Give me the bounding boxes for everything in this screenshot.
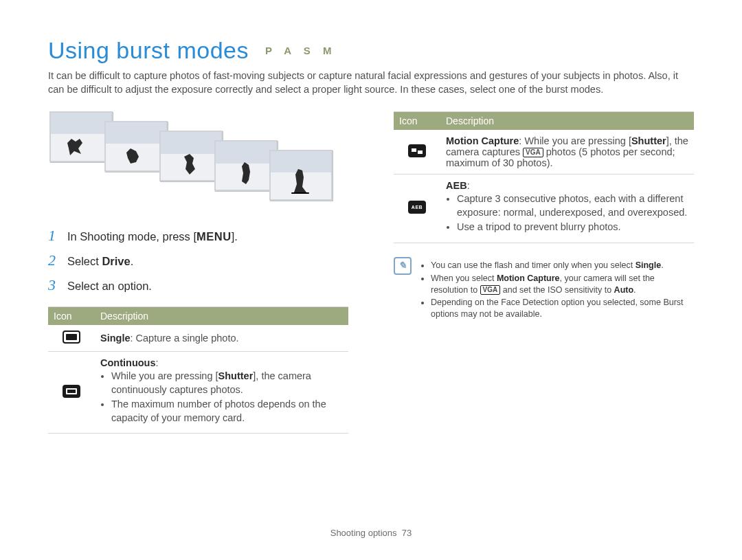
left-column: 1 In Shooting mode, press [MENU]. 2 Sele…: [48, 111, 348, 434]
th-desc: Description: [95, 307, 348, 326]
right-column: Icon Description Motion Capture: While y…: [394, 111, 694, 434]
th-icon-r: Icon: [394, 112, 440, 131]
note-icon: ✎: [394, 257, 412, 275]
options-table-left: Icon Description Single: Capture a singl…: [48, 306, 348, 434]
step-1: 1 In Shooting mode, press [MENU].: [48, 227, 348, 245]
page-title: Using burst modes P A S M: [48, 37, 694, 64]
step-2: 2 Select Drive.: [48, 251, 348, 269]
vga-chip-note: VGA: [480, 285, 501, 295]
vga-chip: VGA: [523, 148, 543, 157]
frame-1: [49, 111, 113, 162]
th-desc-r: Description: [440, 112, 694, 131]
options-table-right: Icon Description Motion Capture: While y…: [394, 111, 694, 243]
aeb-icon: [408, 201, 426, 214]
page-footer: Shooting options 73: [0, 528, 742, 538]
svg-rect-0: [291, 192, 309, 194]
frame-2: [104, 121, 168, 172]
note-box: ✎ You can use the flash and timer only w…: [394, 257, 694, 324]
title-main: Using burst modes: [48, 37, 249, 63]
row-aeb: AEB: Capture 3 consecutive photos, each …: [394, 175, 694, 243]
row-motion: Motion Capture: While you are pressing […: [394, 130, 694, 175]
frame-5: [269, 150, 333, 201]
filmstrip-illustration: [48, 111, 348, 209]
title-modes: P A S M: [265, 45, 336, 56]
continuous-icon: [63, 385, 80, 398]
menu-chip: MENU: [196, 230, 232, 243]
row-single: Single: Capture a single photo.: [48, 325, 348, 352]
steps-list: 1 In Shooting mode, press [MENU]. 2 Sele…: [48, 227, 348, 294]
note-list: You can use the flash and timer only whe…: [420, 258, 694, 322]
single-icon: [63, 331, 80, 344]
intro-text: It can be difficult to capture photos of…: [48, 69, 694, 96]
motion-icon: [408, 144, 426, 157]
step-3: 3 Select an option.: [48, 276, 348, 294]
frame-3: [159, 131, 223, 181]
th-icon: Icon: [48, 307, 95, 326]
row-continuous: Continuous: While you are pressing [Shut…: [48, 352, 348, 434]
frame-4: [214, 140, 278, 191]
